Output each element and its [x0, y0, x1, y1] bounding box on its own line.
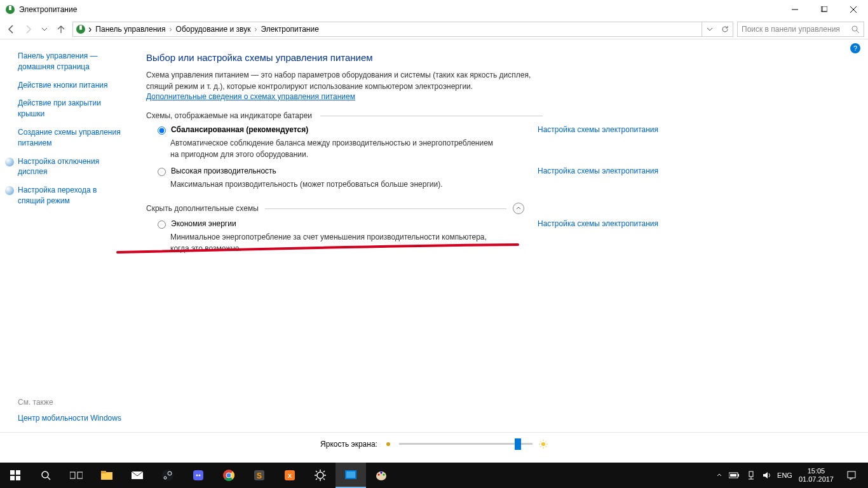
taskbar-app-xampp[interactable]: X	[275, 463, 305, 488]
svg-line-54	[316, 478, 317, 480]
plan-settings-link[interactable]: Настройка схемы электропитания	[538, 125, 658, 134]
plan-radio-power-saver[interactable]	[158, 220, 166, 229]
plan-high-performance[interactable]: Высокая производительность Настройка схе…	[158, 166, 849, 176]
plan-radio-balanced[interactable]	[158, 126, 166, 135]
maximize-button[interactable]	[810, 0, 839, 19]
see-also-label: См. также	[18, 398, 132, 407]
breadcrumb-item[interactable]: Панель управления	[95, 25, 165, 34]
svg-line-20	[545, 441, 546, 442]
search-input[interactable]: Поиск в панели управления	[737, 22, 864, 37]
sidebar: Панель управления — домашняя страница Де…	[0, 39, 127, 463]
svg-rect-22	[16, 470, 20, 475]
up-button[interactable]	[53, 22, 69, 37]
svg-rect-23	[10, 476, 15, 480]
svg-point-25	[42, 471, 48, 478]
tray-chevron-icon[interactable]	[716, 472, 722, 478]
tray-clock[interactable]: 15:05 01.07.2017	[799, 467, 834, 484]
taskbar-app-mail[interactable]	[122, 463, 153, 488]
chevron-right-icon: ›	[170, 25, 172, 34]
plan-description: Максимальная производительность (может п…	[170, 179, 501, 190]
svg-line-52	[316, 471, 317, 472]
svg-rect-35	[193, 470, 203, 480]
search-placeholder: Поиск в панели управления	[742, 25, 851, 34]
address-dropdown[interactable]	[702, 22, 717, 36]
breadcrumb-item[interactable]: Электропитание	[261, 25, 318, 34]
sun-bright-icon	[539, 440, 548, 449]
taskbar-app-paint[interactable]	[366, 463, 397, 488]
window-title: Электропитание	[19, 5, 780, 14]
taskbar: S X ENG 15:05 01.07.2017	[0, 463, 868, 488]
svg-rect-65	[749, 471, 753, 477]
svg-rect-27	[70, 472, 75, 478]
svg-rect-64	[730, 474, 736, 477]
nav-bar: › Панель управления › Оборудование и зву…	[0, 19, 868, 39]
svg-point-59	[378, 474, 380, 476]
svg-point-60	[381, 472, 383, 474]
svg-text:X: X	[288, 473, 292, 479]
svg-point-12	[541, 442, 545, 446]
plan-settings-link[interactable]: Настройка схемы электропитания	[538, 166, 658, 175]
svg-rect-24	[16, 476, 20, 480]
sidebar-mobility-center[interactable]: Центр мобильности Windows	[18, 413, 132, 424]
svg-rect-30	[101, 471, 106, 473]
taskbar-app-control-panel[interactable]	[336, 463, 366, 488]
taskbar-app-sublime[interactable]: S	[244, 463, 275, 488]
brightness-slider[interactable]	[399, 443, 532, 445]
svg-rect-4	[822, 6, 827, 11]
sun-dim-icon	[384, 440, 393, 449]
plan-radio-high-performance[interactable]	[158, 168, 166, 176]
minimize-button[interactable]	[780, 0, 810, 19]
plan-settings-link[interactable]: Настройка схемы электропитания	[538, 219, 658, 228]
recent-dropdown[interactable]	[37, 22, 52, 37]
search-button[interactable]	[31, 463, 61, 488]
tray-notifications[interactable]	[840, 463, 863, 488]
svg-point-9	[852, 26, 857, 31]
sidebar-item-power-button[interactable]: Действие кнопки питания	[18, 80, 122, 91]
collapse-button[interactable]	[513, 203, 524, 214]
svg-point-32	[162, 470, 173, 481]
task-view-button[interactable]	[61, 463, 92, 488]
more-info-link[interactable]: Дополнительные сведения о схемах управле…	[146, 92, 355, 101]
start-button[interactable]	[0, 463, 31, 488]
plan-balanced[interactable]: Сбалансированная (рекомендуется) Настрой…	[158, 125, 849, 135]
brightness-bar: Яркость экрана:	[0, 432, 868, 455]
tray-power-icon[interactable]	[729, 471, 740, 479]
brightness-label: Яркость экрана:	[320, 440, 377, 449]
title-bar: Электропитание	[0, 0, 868, 19]
svg-rect-68	[848, 471, 855, 478]
app-icon	[5, 4, 15, 15]
taskbar-app-steam[interactable]	[153, 463, 183, 488]
close-button[interactable]	[839, 0, 868, 19]
sidebar-item-sleep[interactable]: Настройка перехода в спящий режим	[18, 185, 122, 207]
taskbar-app-settings[interactable]	[305, 463, 336, 488]
tray-volume-icon[interactable]	[762, 471, 771, 480]
svg-rect-8	[79, 25, 82, 30]
section-hide-extra: Скрыть дополнительные схемы	[146, 203, 849, 214]
slider-thumb[interactable]	[515, 438, 521, 450]
chevron-right-icon: ›	[88, 24, 92, 35]
back-button[interactable]	[4, 22, 19, 37]
plan-power-saver[interactable]: Экономия энергии Настройка схемы электро…	[158, 219, 849, 229]
svg-text:S: S	[257, 471, 262, 480]
sidebar-item-lid-action[interactable]: Действие при закрытии крышки	[18, 98, 122, 119]
tray-language[interactable]: ENG	[777, 471, 792, 479]
power-icon	[76, 24, 86, 34]
svg-line-10	[857, 30, 859, 33]
taskbar-app-discord[interactable]	[183, 463, 214, 488]
svg-rect-63	[738, 474, 739, 477]
sidebar-home-link[interactable]: Панель управления — домашняя страница	[18, 51, 122, 72]
refresh-button[interactable]	[717, 22, 733, 36]
tray-network-icon[interactable]	[747, 471, 756, 480]
chevron-right-icon: ›	[254, 25, 257, 34]
search-icon	[851, 25, 860, 34]
taskbar-app-chrome[interactable]	[214, 463, 244, 488]
forward-button[interactable]	[20, 22, 36, 37]
breadcrumb-item[interactable]: Оборудование и звук	[176, 25, 251, 34]
svg-rect-28	[78, 472, 83, 478]
address-bar[interactable]: › Панель управления › Оборудование и зву…	[72, 22, 733, 37]
sidebar-item-create-plan[interactable]: Создание схемы управления питанием	[18, 127, 122, 149]
svg-line-55	[323, 471, 325, 472]
svg-line-19	[540, 446, 541, 447]
sidebar-item-display-off[interactable]: Настройка отключения дисплея	[18, 156, 122, 178]
taskbar-app-file-explorer[interactable]	[92, 463, 122, 488]
